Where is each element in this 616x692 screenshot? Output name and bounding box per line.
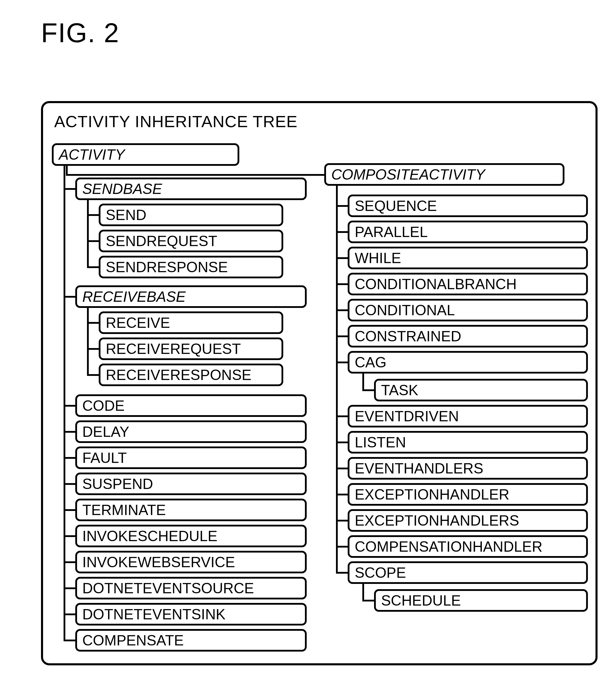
tree-line bbox=[336, 336, 348, 337]
node-activity: ACTIVITY bbox=[52, 143, 239, 166]
tree-line bbox=[87, 374, 99, 376]
node-scope: SCOPE bbox=[348, 561, 588, 584]
tree-line bbox=[64, 188, 75, 190]
tree-row: TERMINATE bbox=[64, 499, 307, 521]
node-while: WHILE bbox=[348, 247, 588, 269]
tree-row: SCOPE bbox=[336, 561, 588, 584]
tree-line bbox=[336, 520, 348, 521]
tree-line bbox=[64, 457, 75, 459]
node-suspend: SUSPEND bbox=[75, 473, 307, 495]
node-dotneteventsink: DOTNETEVENTSINK bbox=[75, 603, 307, 626]
tree-row: COMPENSATIONHANDLER bbox=[336, 535, 588, 558]
tree-row: INVOKESCHEDULE bbox=[64, 525, 307, 547]
tree-line bbox=[87, 322, 99, 324]
node-eventhandlers: EVENTHANDLERS bbox=[348, 457, 588, 480]
tree-row: RECEIVE bbox=[87, 311, 307, 334]
tree-row: INVOKEWEBSERVICE bbox=[64, 551, 307, 574]
tree-row: RECEIVEBASE bbox=[64, 285, 307, 308]
tree-line bbox=[87, 266, 99, 268]
tree-row: SEQUENCE bbox=[336, 195, 588, 217]
node-schedule: SCHEDULE bbox=[374, 589, 588, 612]
tree-row: SENDRESPONSE bbox=[87, 256, 307, 278]
tree-row: LISTEN bbox=[336, 431, 588, 454]
tree-row: TASK bbox=[362, 379, 588, 402]
node-receive: RECEIVE bbox=[99, 311, 283, 334]
tree-row: CODE bbox=[64, 394, 307, 417]
tree-line bbox=[336, 572, 348, 574]
activity-column: ACTIVITY SENDBASE SENDSENDREQUESTSENDRES… bbox=[52, 143, 307, 652]
tree-row: EXCEPTIONHANDLER bbox=[336, 483, 588, 506]
tree-line bbox=[87, 240, 99, 242]
tree-line bbox=[336, 231, 348, 233]
node-receiveresponse: RECEIVERESPONSE bbox=[99, 364, 283, 386]
node-listen: LISTEN bbox=[348, 431, 588, 454]
node-delay: DELAY bbox=[75, 420, 307, 443]
tree-line bbox=[336, 494, 348, 495]
tree-line bbox=[362, 600, 374, 602]
tree-row: SUSPEND bbox=[64, 473, 307, 495]
tree-row: SCHEDULE bbox=[362, 589, 588, 612]
tree-row: CONDITIONAL bbox=[336, 299, 588, 321]
node-conditionalbranch: CONDITIONALBRANCH bbox=[348, 273, 588, 295]
tree-line bbox=[64, 296, 75, 298]
node-receivebase: RECEIVEBASE bbox=[75, 285, 307, 308]
tree-line bbox=[336, 257, 348, 259]
tree-line bbox=[64, 587, 75, 589]
node-exceptionhandlers: EXCEPTIONHANDLERS bbox=[348, 509, 588, 532]
tree-row: COMPENSATE bbox=[64, 629, 307, 652]
tree-row: EXCEPTIONHANDLERS bbox=[336, 509, 588, 532]
node-sendresponse: SENDRESPONSE bbox=[99, 256, 283, 278]
tree-line bbox=[362, 389, 374, 391]
node-compensate: COMPENSATE bbox=[75, 629, 307, 652]
tree-line bbox=[64, 613, 75, 615]
node-compositeactivity: COMPOSITEACTIVITY bbox=[324, 163, 565, 186]
node-cag: CAG bbox=[348, 351, 588, 373]
tree-row: DOTNETEVENTSOURCE bbox=[64, 577, 307, 600]
tree-row: DELAY bbox=[64, 420, 307, 443]
tree-line bbox=[336, 309, 348, 311]
tree-line bbox=[64, 405, 75, 407]
tree-line bbox=[336, 283, 348, 285]
tree-row: SENDREQUEST bbox=[87, 230, 307, 252]
tree-row: PARALLEL bbox=[336, 221, 588, 243]
node-conditional: CONDITIONAL bbox=[348, 299, 588, 321]
inheritance-panel: ACTIVITY INHERITANCE TREE ACTIVITY SENDB… bbox=[41, 101, 597, 665]
tree-line bbox=[64, 561, 75, 563]
node-sendrequest: SENDREQUEST bbox=[99, 230, 283, 252]
node-dotneteventsource: DOTNETEVENTSOURCE bbox=[75, 577, 307, 600]
tree-row: CONSTRAINED bbox=[336, 325, 588, 347]
tree-row: CONDITIONALBRANCH bbox=[336, 273, 588, 295]
tree-row: RECEIVERESPONSE bbox=[87, 364, 307, 386]
tree-row: FAULT bbox=[64, 447, 307, 469]
tree-line bbox=[64, 535, 75, 537]
tree-line bbox=[336, 441, 348, 443]
node-terminate: TERMINATE bbox=[75, 499, 307, 521]
tree-row: SENDBASE bbox=[64, 177, 307, 200]
node-parallel: PARALLEL bbox=[348, 221, 588, 243]
tree-row: WHILE bbox=[336, 247, 588, 269]
tree-row: EVENTDRIVEN bbox=[336, 405, 588, 428]
tree-row: RECEIVEREQUEST bbox=[87, 338, 307, 360]
node-fault: FAULT bbox=[75, 447, 307, 469]
node-invokeschedule: INVOKESCHEDULE bbox=[75, 525, 307, 547]
composite-column: COMPOSITEACTIVITY SEQUENCEPARALLELWHILEC… bbox=[324, 143, 588, 612]
tree-row: DOTNETEVENTSINK bbox=[64, 603, 307, 626]
page: FIG. 2 ACTIVITY INHERITANCE TREE ACTIVIT… bbox=[0, 0, 616, 692]
node-exceptionhandler: EXCEPTIONHANDLER bbox=[348, 483, 588, 506]
tree-line bbox=[64, 483, 75, 485]
node-sendbase: SENDBASE bbox=[75, 177, 307, 200]
node-compensationhandler: COMPENSATIONHANDLER bbox=[348, 535, 588, 558]
tree-line bbox=[336, 362, 348, 363]
node-send: SEND bbox=[99, 203, 283, 226]
tree-line bbox=[336, 546, 348, 547]
node-code: CODE bbox=[75, 394, 307, 417]
tree-line bbox=[64, 509, 75, 511]
tree-row: CAG bbox=[336, 351, 588, 373]
node-receiverequest: RECEIVEREQUEST bbox=[99, 338, 283, 360]
tree-line bbox=[87, 214, 99, 216]
node-task: TASK bbox=[374, 379, 588, 402]
node-constrained: CONSTRAINED bbox=[348, 325, 588, 347]
tree-line bbox=[64, 640, 75, 641]
columns: ACTIVITY SENDBASE SENDSENDREQUESTSENDRES… bbox=[52, 143, 587, 652]
tree-line bbox=[336, 468, 348, 469]
